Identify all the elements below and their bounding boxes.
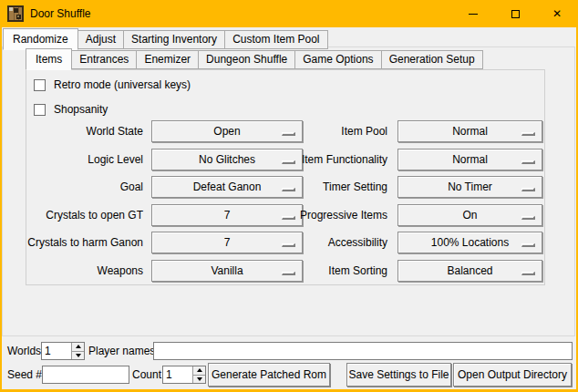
tab-custom-item-pool[interactable]: Custom Item Pool <box>224 30 327 49</box>
count-value[interactable]: 1 <box>163 366 192 383</box>
tab-generation-setup[interactable]: Generation Setup <box>381 50 483 69</box>
count-spinner[interactable]: 1 <box>162 366 206 384</box>
checkbox-box[interactable] <box>34 104 46 116</box>
dropdown-indicator-icon <box>521 272 535 275</box>
accessibility-dropdown[interactable]: 100% Locations <box>397 232 542 253</box>
crystals-harm-ganon-label: Crystals to harm Ganon <box>0 232 143 253</box>
spin-down-button[interactable] <box>72 352 84 360</box>
window-title: Door Shuffle <box>30 0 91 27</box>
seed-label: Seed # <box>7 366 42 384</box>
titlebar: Door Shuffle ✕ <box>0 0 578 27</box>
logic-level-label: Logic Level <box>0 149 143 170</box>
tab-items[interactable]: Items <box>26 48 72 70</box>
dropdown-indicator-icon <box>521 132 535 136</box>
door-icon <box>7 5 24 22</box>
item-sorting-dropdown[interactable]: Balanced <box>397 260 542 282</box>
up-arrow-icon <box>76 345 81 348</box>
window-controls: ✕ <box>452 0 578 27</box>
count-label: Count <box>132 366 161 384</box>
spinner-arrows <box>192 366 205 383</box>
items-pane: Retro mode (universal keys) Shopsanity W… <box>26 69 545 285</box>
item-pool-label: Item Pool <box>232 120 387 142</box>
up-arrow-icon <box>197 368 202 372</box>
maximize-icon <box>511 10 520 18</box>
item-functionality-dropdown[interactable]: Normal <box>397 149 542 170</box>
dropdown-value: Balanced <box>398 261 542 281</box>
dropdown-indicator-icon <box>521 216 535 220</box>
checkbox-box[interactable] <box>34 79 46 91</box>
timer-setting-label: Timer Setting <box>232 176 387 198</box>
player-names-label: Player names <box>88 342 155 360</box>
dropdown-indicator-icon <box>521 160 535 164</box>
seed-input[interactable] <box>42 366 129 384</box>
dropdown-value: Normal <box>398 121 542 141</box>
item-sorting-label: Item Sorting <box>232 260 387 282</box>
down-arrow-icon <box>76 354 81 357</box>
tab-randomize[interactable]: Randomize <box>3 28 78 50</box>
progressive-items-label: Progressive Items <box>232 204 387 226</box>
retro-mode-label: Retro mode (universal keys) <box>54 78 191 91</box>
worlds-spinner[interactable]: 1 <box>41 342 85 360</box>
worlds-value[interactable]: 1 <box>42 343 71 359</box>
dropdown-indicator-icon <box>521 243 535 247</box>
accessibility-label: Accessibility <box>232 232 387 253</box>
down-arrow-icon <box>197 377 202 381</box>
item-pool-dropdown[interactable]: Normal <box>397 120 542 142</box>
progressive-items-dropdown[interactable]: On <box>397 204 542 226</box>
item-functionality-label: Item Functionality <box>232 149 387 170</box>
tab-enemizer[interactable]: Enemizer <box>136 50 199 69</box>
dropdown-value: No Timer <box>398 177 542 197</box>
spin-down-button[interactable] <box>193 376 205 384</box>
dropdown-indicator-icon <box>521 188 535 191</box>
minimize-button[interactable] <box>452 0 494 27</box>
shopsanity-label: Shopsanity <box>54 103 108 116</box>
dropdown-value: 100% Locations <box>398 232 542 253</box>
dropdown-value: On <box>398 205 542 225</box>
world-state-label: World State <box>0 120 143 142</box>
worlds-label: Worlds <box>7 342 41 360</box>
dropdown-value: Normal <box>398 150 542 170</box>
maximize-button[interactable] <box>494 0 536 27</box>
spin-up-button[interactable] <box>193 366 205 376</box>
tab-entrances[interactable]: Entrances <box>71 50 137 69</box>
minimize-icon <box>469 14 478 15</box>
generate-patched-rom-button[interactable]: Generate Patched Rom <box>208 363 330 387</box>
close-button[interactable]: ✕ <box>536 0 578 27</box>
tab-dungeon-shuffle[interactable]: Dungeon Shuffle <box>198 50 295 69</box>
client-area: Randomize Adjust Starting Inventory Cust… <box>2 27 576 389</box>
tab-starting-inventory[interactable]: Starting Inventory <box>123 30 225 49</box>
primary-tab-bar: Randomize Adjust Starting Inventory Cust… <box>3 28 327 49</box>
goal-label: Goal <box>0 176 143 198</box>
save-settings-button[interactable]: Save Settings to File <box>346 363 451 387</box>
spinner-arrows <box>71 343 84 359</box>
secondary-tab-bar: Items Entrances Enemizer Dungeon Shuffle… <box>26 48 482 69</box>
spin-up-button[interactable] <box>72 343 84 352</box>
open-output-directory-button[interactable]: Open Output Directory <box>453 363 572 387</box>
tab-adjust[interactable]: Adjust <box>77 30 124 49</box>
weapons-label: Weapons <box>0 260 143 282</box>
tab-game-options[interactable]: Game Options <box>294 50 381 69</box>
door-shuffle-window: Door Shuffle ✕ Randomize Adjust Starting… <box>0 0 578 392</box>
crystals-open-gt-label: Crystals to open GT <box>0 204 143 226</box>
retro-mode-checkbox[interactable]: Retro mode (universal keys) <box>34 78 191 91</box>
shopsanity-checkbox[interactable]: Shopsanity <box>34 103 108 116</box>
timer-setting-dropdown[interactable]: No Timer <box>397 176 542 198</box>
player-names-input[interactable] <box>153 342 573 360</box>
close-icon: ✕ <box>552 8 562 19</box>
